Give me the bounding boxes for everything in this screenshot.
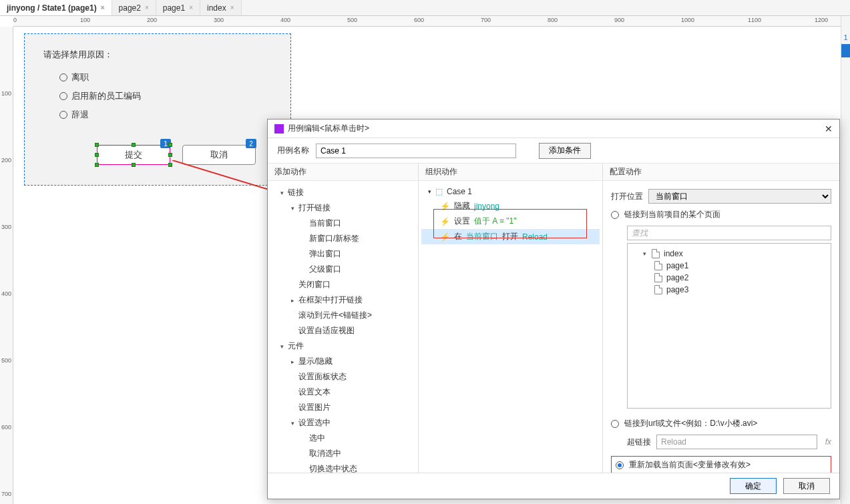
dialog-title: 用例编辑<鼠标单击时>: [288, 123, 369, 134]
page-icon: [654, 261, 662, 270]
bolt-icon: ⚡: [440, 202, 450, 211]
bolt-icon: ⚡: [440, 217, 450, 226]
add-action-header: 添加动作: [268, 164, 418, 181]
submit-button[interactable]: 提交 1: [97, 145, 170, 165]
radio-icon: [59, 92, 67, 100]
action-row[interactable]: ⚡设置 值于 A = "1": [421, 214, 600, 229]
action-row[interactable]: ⚡隐藏 jinyong: [421, 198, 600, 214]
ruler-vertical: 100200300400500600700: [0, 27, 13, 504]
radio-option[interactable]: 启用新的员工编码: [59, 90, 272, 102]
page-icon: [652, 249, 660, 258]
panel-title: 请选择禁用原因：: [43, 49, 272, 61]
close-icon[interactable]: ×: [189, 4, 193, 11]
page-tree[interactable]: ▾index page1 page2 page3: [627, 243, 831, 409]
tab-page2[interactable]: page2×: [112, 0, 156, 15]
close-icon[interactable]: ✕: [825, 123, 833, 134]
radio-link-project[interactable]: 链接到当前项目的某个页面: [611, 206, 831, 223]
configure-action-header: 配置动作: [603, 164, 839, 181]
action-row[interactable]: ⚡在 当前窗口 打开 Reload: [421, 229, 600, 244]
tab-jinyong-state1[interactable]: jinyong / State1 (page1)×: [0, 0, 112, 15]
footnote-badge: 2: [246, 139, 256, 148]
configure-action-panel: 打开位置 当前窗口 链接到当前项目的某个页面 查找 ▾index page1 p…: [603, 181, 839, 473]
close-icon[interactable]: ×: [230, 4, 234, 11]
document-tabs: jinyong / State1 (page1)× page2× page1× …: [0, 0, 850, 16]
open-position-label: 打开位置: [611, 191, 643, 202]
ruler-horizontal: 0100200300400500600700800900100011001200: [13, 16, 850, 27]
close-icon[interactable]: ×: [145, 4, 149, 11]
bolt-icon: ⚡: [440, 232, 450, 242]
add-condition-button[interactable]: 添加条件: [539, 143, 591, 159]
action-tree[interactable]: ▾链接 ▾打开链接 当前窗口 新窗口/新标签 弹出窗口 父级窗口 关闭窗口 ▸在…: [268, 181, 418, 473]
close-icon[interactable]: ×: [101, 4, 105, 11]
page-icon: [654, 273, 662, 282]
fx-button[interactable]: fx: [825, 437, 831, 447]
radio-icon: [59, 111, 67, 119]
radio-icon: [59, 73, 67, 81]
case-editor-dialog: 用例编辑<鼠标单击时> ✕ 用例名称 添加条件 添加动作 ▾链接 ▾打开链接 当…: [267, 119, 840, 499]
radio-link-url[interactable]: 链接到url或文件<例如：D:\v小楼.avi>: [611, 415, 831, 432]
hyperlink-label: 超链接: [627, 437, 651, 448]
prototype-panel[interactable]: 请选择禁用原因： 离职 启用新的员工编码 辞退 提交 1 取消 2: [24, 33, 291, 186]
cancel-button[interactable]: 取消 2: [182, 145, 256, 165]
tab-page1[interactable]: page1×: [156, 0, 200, 15]
organize-action-header: 组织动作: [419, 164, 602, 181]
radio-option[interactable]: 离职: [59, 71, 272, 83]
cancel-button[interactable]: 取消: [783, 478, 830, 494]
organize-action-list[interactable]: ▾⬚Case 1 ⚡隐藏 jinyong ⚡设置 值于 A = "1" ⚡在 当…: [419, 181, 602, 473]
tab-index[interactable]: index×: [200, 0, 242, 15]
page-icon: [654, 285, 662, 294]
case-node[interactable]: ▾⬚Case 1: [421, 185, 600, 198]
case-name-label: 用例名称: [277, 145, 309, 156]
app-logo-icon: [274, 124, 284, 134]
case-name-input[interactable]: [316, 144, 516, 158]
ok-button[interactable]: 确定: [730, 478, 777, 494]
open-position-select[interactable]: 当前窗口: [648, 189, 831, 204]
radio-reload[interactable]: 重新加载当前页面<变量修改有效>: [611, 456, 831, 473]
page-search-input[interactable]: 查找: [627, 226, 831, 240]
right-panel-collapsed[interactable]: 1: [841, 16, 850, 504]
hyperlink-input[interactable]: [656, 435, 817, 449]
radio-option[interactable]: 辞退: [59, 109, 272, 121]
